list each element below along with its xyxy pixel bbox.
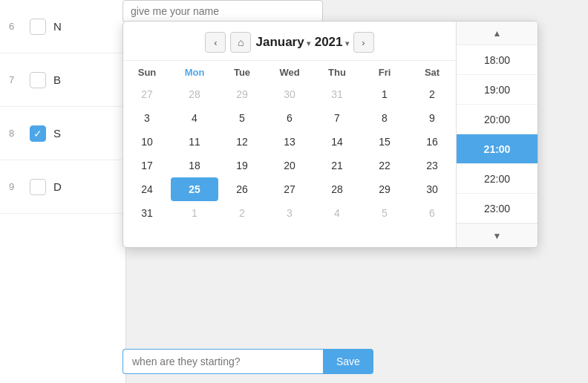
calendar-day-3-3[interactable]: 20 — [266, 154, 313, 177]
calendar-day-5-1[interactable]: 1 — [171, 201, 218, 225]
day-header-sat: Sat — [408, 61, 456, 82]
calendar-day-5-2[interactable]: 2 — [218, 201, 266, 225]
calendar-day-2-0[interactable]: 10 — [123, 130, 171, 154]
calendar-week-3: 17181920212223 — [123, 154, 456, 177]
calendar-day-5-6[interactable]: 6 — [408, 201, 456, 225]
start-time-input[interactable] — [122, 349, 323, 374]
bottom-bar: Save — [122, 349, 373, 374]
calendar-day-0-5[interactable]: 1 — [361, 82, 408, 106]
month-text: January — [255, 35, 304, 50]
list-row-7: 7 B — [0, 53, 125, 107]
time-scroll-down-button[interactable]: ▼ — [457, 223, 538, 247]
list-panel: 6 N 7 B 8 S 9 D — [0, 0, 126, 383]
calendar-day-4-4[interactable]: 28 — [313, 177, 361, 201]
calendar-day-2-6[interactable]: 16 — [408, 130, 456, 154]
day-header-mon: Mon — [171, 61, 218, 82]
day-header-tue: Tue — [218, 61, 266, 82]
day-header-fri: Fri — [361, 61, 408, 82]
save-button[interactable]: Save — [323, 349, 373, 374]
calendar-day-4-3[interactable]: 27 — [266, 177, 313, 201]
time-item-2[interactable]: 20:00 — [457, 105, 538, 134]
calendar-day-0-2[interactable]: 29 — [218, 82, 266, 106]
calendar-week-5: 31123456 — [123, 201, 456, 225]
calendar-day-2-3[interactable]: 13 — [266, 130, 313, 154]
calendar-day-3-1[interactable]: 18 — [171, 154, 218, 177]
calendar-day-4-5[interactable]: 29 — [361, 177, 408, 201]
row-number-8: 8 — [9, 128, 22, 139]
calendar-day-0-3[interactable]: 30 — [266, 82, 313, 106]
list-row-6: 6 N — [0, 0, 125, 53]
calendar-day-0-4[interactable]: 31 — [313, 82, 361, 106]
row-number-7: 7 — [9, 74, 22, 85]
checkbox-6[interactable] — [30, 19, 46, 35]
calendar-week-0: 272829303112 — [123, 82, 456, 106]
calendar-day-3-0[interactable]: 17 — [123, 154, 171, 177]
row-number-9: 9 — [9, 181, 22, 192]
calendar-day-3-5[interactable]: 22 — [361, 154, 408, 177]
calendar-day-0-6[interactable]: 2 — [408, 82, 456, 106]
calendar-day-2-2[interactable]: 12 — [218, 130, 266, 154]
calendar-week-2: 10111213141516 — [123, 130, 456, 154]
calendar-day-2-4[interactable]: 14 — [313, 130, 361, 154]
checkbox-8[interactable] — [30, 125, 46, 142]
day-headers-row: Sun Mon Tue Wed Thu Fri Sat — [123, 61, 456, 82]
calendar-day-3-2[interactable]: 19 — [218, 154, 266, 177]
calendar-day-3-4[interactable]: 21 — [313, 154, 361, 177]
month-dropdown-arrow: ▾ — [307, 39, 310, 48]
month-label[interactable]: January▾ — [255, 35, 310, 50]
calendar-body: 2728293031123456789101112131415161718192… — [123, 82, 456, 225]
name-input[interactable] — [122, 0, 323, 22]
row-label-8: S — [53, 127, 61, 140]
calendar-day-1-0[interactable]: 3 — [123, 106, 171, 130]
calendar-day-4-0[interactable]: 24 — [123, 177, 171, 201]
day-header-wed: Wed — [266, 61, 313, 82]
time-item-5[interactable]: 23:00 — [457, 194, 538, 223]
day-header-thu: Thu — [313, 61, 361, 82]
row-number-6: 6 — [9, 21, 22, 32]
row-label-9: D — [53, 180, 62, 193]
list-row-9: 9 D — [0, 160, 125, 214]
calendar-popup: ‹ ⌂ January▾ 2021▾ › Sun Mon Tue Wed Thu… — [122, 21, 538, 248]
calendar-day-0-0[interactable]: 27 — [123, 82, 171, 106]
time-item-3[interactable]: 21:00 — [457, 134, 538, 164]
calendar-day-5-3[interactable]: 3 — [266, 201, 313, 225]
time-item-4[interactable]: 22:00 — [457, 164, 538, 194]
calendar-day-5-4[interactable]: 4 — [313, 201, 361, 225]
calendar-day-1-2[interactable]: 5 — [218, 106, 266, 130]
calendar-day-2-1[interactable]: 11 — [171, 130, 218, 154]
calendar-day-3-6[interactable]: 23 — [408, 154, 456, 177]
time-item-0[interactable]: 18:00 — [457, 45, 538, 75]
list-row-8: 8 S — [0, 107, 125, 160]
time-list: 18:0019:0020:0021:0022:0023:00 — [457, 45, 538, 223]
checkbox-7[interactable] — [30, 72, 46, 88]
calendar-week-4: 24252627282930 — [123, 177, 456, 201]
calendar-header: ‹ ⌂ January▾ 2021▾ › — [123, 22, 456, 61]
calendar-day-1-6[interactable]: 9 — [408, 106, 456, 130]
calendar-day-1-5[interactable]: 8 — [361, 106, 408, 130]
calendar-day-2-5[interactable]: 15 — [361, 130, 408, 154]
calendar-main: ‹ ⌂ January▾ 2021▾ › Sun Mon Tue Wed Thu… — [123, 22, 456, 247]
next-month-button[interactable]: › — [353, 32, 374, 53]
calendar-day-4-1[interactable]: 25 — [171, 177, 218, 201]
time-picker: ▲ 18:0019:0020:0021:0022:0023:00 ▼ — [456, 22, 538, 247]
year-label[interactable]: 2021▾ — [315, 35, 349, 50]
year-text: 2021 — [315, 35, 343, 50]
home-button[interactable]: ⌂ — [230, 32, 251, 53]
calendar-day-5-5[interactable]: 5 — [361, 201, 408, 225]
calendar-day-5-0[interactable]: 31 — [123, 201, 171, 225]
time-scroll-up-button[interactable]: ▲ — [457, 22, 538, 45]
day-header-sun: Sun — [123, 61, 171, 82]
calendar-day-0-1[interactable]: 28 — [171, 82, 218, 106]
checkbox-9[interactable] — [30, 179, 46, 195]
prev-month-button[interactable]: ‹ — [205, 32, 226, 53]
calendar-day-1-4[interactable]: 7 — [313, 106, 361, 130]
time-item-1[interactable]: 19:00 — [457, 75, 538, 105]
calendar-grid: Sun Mon Tue Wed Thu Fri Sat 272829303112… — [123, 61, 456, 225]
calendar-day-1-1[interactable]: 4 — [171, 106, 218, 130]
year-dropdown-arrow: ▾ — [345, 39, 349, 48]
row-label-7: B — [53, 73, 61, 86]
calendar-day-4-2[interactable]: 26 — [218, 177, 266, 201]
calendar-day-4-6[interactable]: 30 — [408, 177, 456, 201]
calendar-day-1-3[interactable]: 6 — [266, 106, 313, 130]
calendar-week-1: 3456789 — [123, 106, 456, 130]
